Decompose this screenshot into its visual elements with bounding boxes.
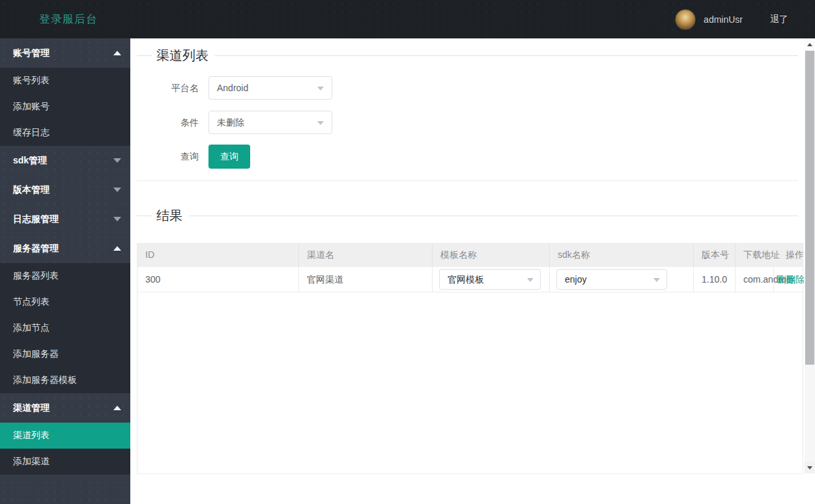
column-header-template: 模板名称 — [433, 243, 550, 267]
sidebar-group-logserver[interactable]: 日志服管理 — [0, 204, 130, 234]
user-avatar[interactable] — [675, 9, 696, 30]
sidebar-group-sdk[interactable]: sdk管理 — [0, 146, 130, 175]
cell-sdk: enjoy — [550, 267, 694, 292]
column-header-sdk: sdk名称 — [550, 243, 694, 267]
result-title-text: 结果 — [156, 207, 182, 225]
main-content: 渠道列表 平台名 Android 条件 未删除 查询 查询 结果 ID 渠道名 … — [130, 38, 815, 504]
scroll-up-icon — [807, 43, 812, 46]
page-title: 渠道列表 — [137, 46, 798, 64]
vertical-scrollbar[interactable] — [805, 38, 815, 473]
chevron-up-icon — [113, 51, 121, 55]
sidebar-item-add-server[interactable]: 添加服务器 — [0, 341, 130, 367]
sidebar-group-version[interactable]: 版本管理 — [0, 175, 130, 204]
scroll-down-icon — [807, 466, 812, 469]
query-label: 查询 — [137, 145, 199, 169]
condition-label: 条件 — [137, 111, 199, 134]
cell-template: 官网模板 — [433, 267, 550, 292]
chevron-down-icon — [317, 87, 324, 91]
sidebar-item-node-list[interactable]: 节点列表 — [0, 289, 130, 315]
delete-link-overlap[interactable]: 删除 — [786, 267, 804, 292]
page-title-text: 渠道列表 — [156, 47, 208, 64]
scroll-up-button[interactable] — [805, 38, 815, 50]
platform-select[interactable]: Android — [208, 76, 332, 100]
chevron-down-icon — [113, 188, 121, 192]
scroll-down-button[interactable] — [805, 462, 815, 473]
column-header-id: ID — [137, 243, 299, 267]
sidebar-item-add-account[interactable]: 添加账号 — [0, 94, 130, 120]
section-divider — [137, 180, 798, 181]
submenu-account: 账号列表 添加账号 缓存日志 — [0, 68, 130, 146]
sidebar-group-account[interactable]: 账号管理 — [0, 38, 130, 68]
sidebar-group-channel[interactable]: 渠道管理 — [0, 393, 130, 423]
brand-title: 登录服后台 — [39, 12, 98, 27]
topbar-right: adminUsr 退了 — [675, 9, 788, 30]
scrollbar-thumb[interactable] — [805, 51, 814, 365]
chevron-up-icon — [113, 246, 121, 251]
top-bar: 登录服后台 adminUsr 退了 — [0, 0, 815, 38]
column-header-action: 操作 — [774, 243, 804, 267]
chevron-down-icon — [113, 158, 121, 163]
sidebar-item-add-channel[interactable]: 添加渠道 — [0, 449, 130, 475]
sidebar: 账号管理 账号列表 添加账号 缓存日志 sdk管理 版本管理 日志服管理 服务器… — [0, 38, 130, 504]
sdk-select[interactable]: enjoy — [556, 269, 667, 290]
template-select[interactable]: 官网模板 — [439, 269, 541, 290]
sidebar-item-server-list[interactable]: 服务器列表 — [0, 263, 130, 289]
column-header-channel-name: 渠道名 — [299, 243, 433, 267]
cell-download: com.androi — [736, 267, 774, 292]
chevron-down-icon — [113, 217, 121, 221]
chevron-down-icon — [527, 278, 534, 282]
cell-channel-name: 官网渠道 — [299, 267, 433, 292]
sidebar-item-cache-log[interactable]: 缓存日志 — [0, 120, 130, 146]
sidebar-item-add-server-template[interactable]: 添加服务器模板 — [0, 367, 130, 393]
cell-id: 300 — [137, 267, 299, 292]
logout-button[interactable]: 退了 — [770, 14, 788, 25]
platform-label: 平台名 — [137, 76, 199, 100]
admin-app: 登录服后台 adminUsr 退了 账号管理 账号列表 添加账号 缓存日志 sd… — [0, 0, 815, 504]
cell-action: 删除 删除 — [774, 267, 804, 292]
table-row: 300 官网渠道 官网模板 enjoy 1.10.0 com.androi — [137, 267, 803, 292]
sidebar-group-server[interactable]: 服务器管理 — [0, 234, 130, 263]
chevron-down-icon — [653, 278, 660, 282]
submenu-server: 服务器列表 节点列表 添加节点 添加服务器 添加服务器模板 — [0, 263, 130, 393]
sidebar-item-add-node[interactable]: 添加节点 — [0, 315, 130, 341]
cell-version: 1.10.0 — [694, 267, 736, 292]
query-button[interactable]: 查询 — [208, 145, 250, 169]
condition-select[interactable]: 未删除 — [208, 111, 332, 134]
result-title: 结果 — [137, 206, 798, 225]
username-label[interactable]: adminUsr — [704, 14, 743, 25]
sidebar-item-channel-list[interactable]: 渠道列表 — [0, 423, 130, 449]
chevron-down-icon — [317, 121, 324, 125]
sidebar-item-account-list[interactable]: 账号列表 — [0, 68, 130, 94]
table-header-row: ID 渠道名 模板名称 sdk名称 版本号 下载地址 操作 — [137, 243, 803, 267]
chevron-up-icon — [113, 406, 121, 410]
column-header-version: 版本号 — [694, 243, 736, 267]
column-header-download: 下载地址 — [736, 243, 774, 267]
submenu-channel: 渠道列表 添加渠道 — [0, 423, 130, 475]
channel-table: ID 渠道名 模板名称 sdk名称 版本号 下载地址 操作 300 官网渠道 官… — [137, 243, 803, 474]
